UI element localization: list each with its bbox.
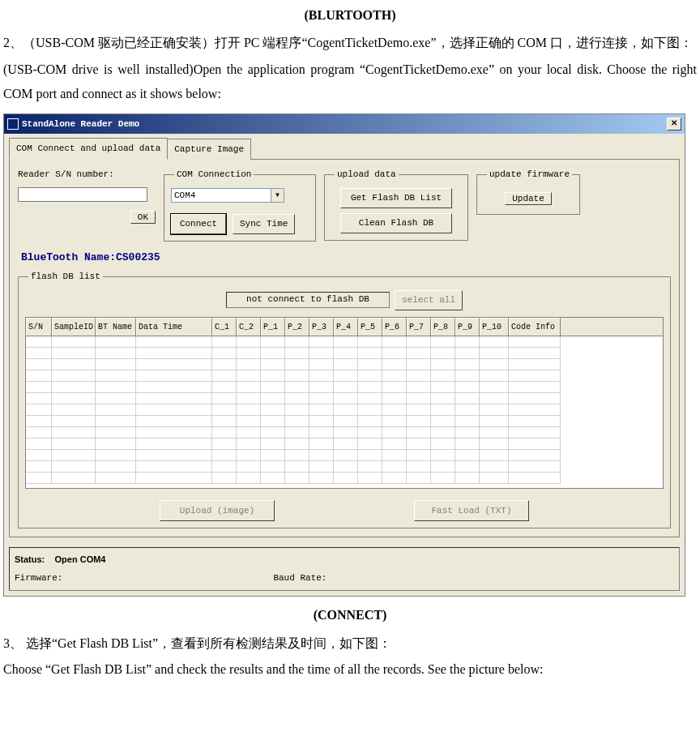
column-header[interactable]: P_8 — [431, 318, 455, 336]
column-header[interactable]: C_2 — [237, 318, 261, 336]
column-header[interactable]: P_4 — [334, 318, 358, 336]
chevron-down-icon: ▼ — [271, 189, 284, 202]
upload-image-button[interactable]: Upload (image) — [160, 500, 275, 522]
table-row — [26, 348, 663, 359]
table-row — [26, 359, 663, 370]
table-row — [26, 450, 663, 461]
table-row — [26, 427, 663, 439]
firmware-label: Firmware: — [15, 570, 62, 587]
close-button[interactable]: ✕ — [667, 118, 681, 130]
column-header[interactable]: P_1 — [261, 318, 285, 336]
sn-area: Reader S/N number: OK — [18, 166, 156, 226]
flash-status-text: not connect to flash DB — [226, 292, 390, 308]
upload-data-legend: upload data — [335, 166, 399, 183]
com-port-value: COM4 — [172, 187, 271, 204]
column-header[interactable]: P_10 — [480, 318, 509, 336]
app-window: StandAlone Reader Demo ✕ COM Connect and… — [3, 113, 685, 597]
table-row — [26, 382, 663, 393]
table-row — [26, 370, 663, 382]
sn-label: Reader S/N number: — [18, 166, 156, 183]
table-row — [26, 336, 663, 348]
sync-time-button[interactable]: Sync Time — [233, 214, 295, 234]
upload-data-group: upload data Get Flash DB List Clean Flas… — [324, 166, 468, 241]
status-value: Open COM4 — [55, 554, 106, 564]
column-header[interactable]: P_5 — [358, 318, 382, 336]
tab-panel: Reader S/N number: OK COM Connection COM… — [9, 159, 680, 537]
update-button[interactable]: Update — [505, 192, 552, 205]
table-row — [26, 439, 663, 450]
heading-connect: (CONNECT) — [3, 603, 697, 627]
com-connection-group: COM Connection COM4 ▼ Connect Sync Time — [164, 166, 316, 242]
table-row — [26, 416, 663, 427]
column-header[interactable]: Data Time — [136, 318, 212, 336]
heading-bluetooth: (BLURTOOTH) — [3, 3, 697, 28]
flash-db-grid[interactable]: S/NSampleIDBT NameData TimeC_1C_2P_1P_2P… — [25, 317, 664, 489]
column-header[interactable]: P_6 — [382, 318, 407, 336]
tabstrip: COM Connect and upload data Capture Imag… — [9, 137, 680, 159]
flash-db-legend: flash DB list — [28, 268, 103, 285]
com-connection-legend: COM Connection — [174, 166, 254, 183]
step2-english: (USB-COM drive is well installed)Open th… — [3, 58, 697, 107]
tab-com-connect[interactable]: COM Connect and upload data — [9, 138, 168, 160]
ok-button[interactable]: OK — [130, 211, 156, 224]
select-all-button[interactable]: select all — [395, 290, 463, 310]
baud-rate-label: Baud Rate: — [273, 570, 327, 587]
table-row — [26, 473, 663, 484]
table-row — [26, 461, 663, 473]
status-label: Status: — [15, 554, 45, 564]
sn-input[interactable] — [18, 187, 147, 202]
bluetooth-name: BlueTooth Name:CS00235 — [21, 248, 671, 268]
table-row — [26, 404, 663, 416]
fast-load-txt-button[interactable]: Fast Load (TXT) — [414, 500, 529, 522]
tab-capture-image[interactable]: Capture Image — [167, 139, 251, 160]
column-header[interactable]: P_3 — [309, 318, 334, 336]
column-header[interactable]: Code Info — [509, 318, 561, 336]
flash-db-group: flash DB list not connect to flash DB se… — [18, 268, 671, 529]
table-row — [26, 393, 663, 404]
status-panel: Status: Open COM4 Firmware: Baud Rate: — [9, 547, 680, 591]
step2-chinese: 2、（USB-COM 驱动已经正确安装）打开 PC 端程序“CogentTick… — [3, 31, 697, 55]
column-header[interactable]: P_7 — [407, 318, 431, 336]
step2-cn-text: （USB-COM 驱动已经正确安装）打开 PC 端程序“CogentTicket… — [23, 36, 693, 49]
step3-english: Choose “Get Flash DB List” and check the… — [3, 657, 697, 682]
step2-prefix: 2、 — [3, 36, 23, 49]
column-header[interactable]: P_9 — [455, 318, 480, 336]
column-header[interactable]: S/N — [26, 318, 52, 336]
update-firmware-group: update firmware Update — [476, 166, 580, 215]
step3-chinese: 3、 选择“Get Flash DB List”，查看到所有检测结果及时间，如下… — [3, 631, 697, 656]
grid-header: S/NSampleIDBT NameData TimeC_1C_2P_1P_2P… — [26, 318, 663, 336]
column-header[interactable]: P_2 — [285, 318, 309, 336]
grid-body — [26, 336, 663, 484]
titlebar: StandAlone Reader Demo ✕ — [4, 114, 685, 135]
com-port-combo[interactable]: COM4 ▼ — [171, 188, 284, 203]
column-header[interactable]: BT Name — [96, 318, 136, 336]
column-header[interactable]: SampleID — [52, 318, 96, 336]
get-flash-db-button[interactable]: Get Flash DB List — [340, 188, 452, 208]
update-firmware-legend: update firmware — [487, 166, 572, 183]
clean-flash-db-button[interactable]: Clean Flash DB — [340, 213, 452, 233]
connect-button[interactable]: Connect — [171, 214, 226, 234]
app-icon — [7, 118, 19, 130]
column-header[interactable]: C_1 — [212, 318, 237, 336]
window-title: StandAlone Reader Demo — [22, 116, 139, 133]
